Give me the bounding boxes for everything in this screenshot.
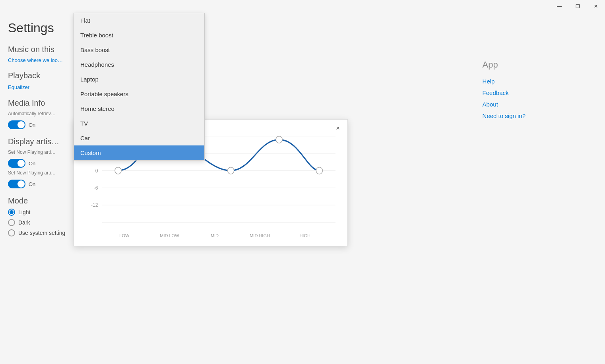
display-artist-desc1: Set Now Playing arti… [8,149,80,155]
minimize-button[interactable]: — [550,0,568,13]
mode-light-radio[interactable] [8,209,15,216]
mode-system-label: Use system setting [18,230,65,236]
close-button[interactable]: ✕ [587,0,605,13]
eq-handle-high[interactable] [316,167,322,174]
maximize-button[interactable]: ❐ [568,0,587,13]
mode-system-row: Use system setting [8,229,80,236]
display-artist-toggle1-label: On [29,161,35,167]
mode-system-radio[interactable] [8,229,15,236]
preset-custom[interactable]: Custom [74,145,204,160]
eq-preset-dropdown: Flat Treble boost Bass boost Headphones … [74,13,205,161]
sign-in-link[interactable]: Need to sign in? [483,112,525,119]
display-artist-toggle2[interactable] [8,180,25,188]
eq-label-midlow: MID LOW [147,233,192,238]
eq-label-mid: MID [192,233,237,238]
preset-treble-boost[interactable]: Treble boost [74,28,204,43]
preset-portable-speakers[interactable]: Portable speakers [74,87,204,101]
svg-text:-6: -6 [94,185,98,191]
mode-heading: Mode [8,196,80,205]
choose-location-link[interactable]: Choose where we loo… [8,57,80,63]
eq-handle-midhigh[interactable] [276,136,282,143]
mode-dark-radio[interactable] [8,219,15,226]
media-info-toggle[interactable] [8,120,25,129]
playback-heading: Playback [8,71,80,80]
titlebar: — ❐ ✕ [550,0,605,13]
eq-label-midhigh: MID HIGH [237,233,283,238]
svg-text:0: 0 [95,168,98,173]
preset-home-stereo[interactable]: Home stereo [74,101,204,116]
media-info-toggle-row: On [8,120,80,129]
preset-car[interactable]: Car [74,131,204,145]
preset-headphones[interactable]: Headphones [74,57,204,72]
music-on-this-heading: Music on this [8,45,80,54]
feedback-link[interactable]: Feedback [483,89,525,96]
mode-dark-row: Dark [8,219,80,226]
media-info-desc: Automatically retriev… [8,111,80,116]
eq-label-high: HIGH [282,233,328,238]
preset-flat[interactable]: Flat [74,13,204,28]
preset-laptop[interactable]: Laptop [74,72,204,87]
eq-label-low: LOW [102,233,147,238]
preset-bass-boost[interactable]: Bass boost [74,43,204,57]
eq-handle-low[interactable] [115,167,121,174]
display-artist-toggle-row1: On [8,159,80,168]
display-artist-desc2: Set Now Playing arti… [8,170,80,176]
about-link[interactable]: About [483,101,525,108]
help-link[interactable]: Help [483,78,525,85]
svg-text:-12: -12 [91,202,98,208]
display-artist-heading: Display artis… [8,137,80,146]
mode-light-row: Light [8,209,80,216]
media-info-heading: Media Info [8,99,80,108]
mode-light-label: Light [18,209,30,215]
equalizer-link[interactable]: Equalizer [8,84,29,90]
preset-tv[interactable]: TV [74,116,204,131]
display-artist-toggle2-label: On [29,181,35,187]
media-info-toggle-label: On [29,122,35,128]
display-artist-toggle1[interactable] [8,159,25,168]
mode-dark-label: Dark [18,219,30,226]
app-section-title: App [483,60,525,70]
page-title: Settings [8,21,80,35]
display-artist-toggle-row2: On [8,180,80,188]
eq-handle-mid[interactable] [228,167,234,174]
eq-x-labels: LOW MID LOW MID MID HIGH HIGH [82,231,339,238]
